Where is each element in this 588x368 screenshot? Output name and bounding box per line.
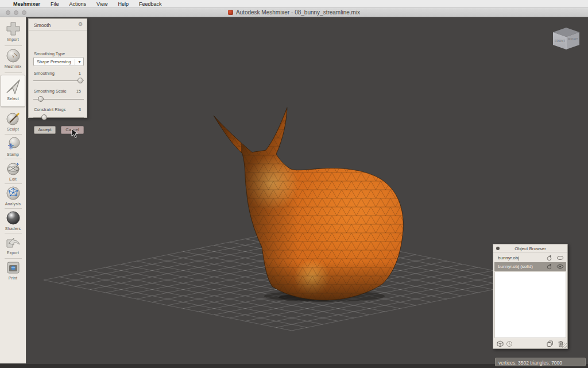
object-list-area[interactable] xyxy=(494,271,566,338)
tool-label: Stamp xyxy=(1,152,25,156)
svg-text:⚜: ⚜ xyxy=(7,141,14,151)
tool-import[interactable]: Import xyxy=(1,21,25,41)
menu-help[interactable]: Help xyxy=(113,1,134,7)
window-title-bar[interactable]: Autodesk Meshmixer - 08_bunny_streamline… xyxy=(0,8,588,17)
object-row-bunnyr[interactable]: bunnyr.obj xyxy=(494,254,566,262)
object-browser-title: Object Browser xyxy=(493,246,567,251)
visibility-eye-icon[interactable] xyxy=(556,255,564,261)
smoothing-scale-slider[interactable] xyxy=(33,96,84,102)
menu-bar: Meshmixer File Actions View Help Feedbac… xyxy=(0,0,588,8)
pivot-icon[interactable] xyxy=(546,255,552,261)
import-plus-icon xyxy=(5,21,21,37)
tool-label: Print xyxy=(1,276,25,280)
smoothing-type-dropdown[interactable]: Shape Preserving ▼ xyxy=(33,57,84,66)
menu-actions[interactable]: Actions xyxy=(64,1,92,7)
tool-print[interactable]: Print xyxy=(1,260,25,280)
print-printer-icon xyxy=(5,260,21,275)
tool-meshmix[interactable]: Meshmix xyxy=(1,48,25,68)
tool-select[interactable]: Select xyxy=(1,75,25,107)
menu-feedback[interactable]: Feedback xyxy=(134,1,167,7)
app-icon xyxy=(228,10,233,15)
bunny-mesh-model[interactable] xyxy=(201,98,413,305)
mouse-cursor xyxy=(71,128,79,139)
tool-label: Analysis xyxy=(1,202,25,206)
constraint-rings-value: 3 xyxy=(79,107,81,112)
edit-wire-sphere-icon xyxy=(5,160,21,177)
pivot-icon[interactable] xyxy=(546,263,552,270)
tool-label: Edit xyxy=(1,177,25,181)
object-browser-panel: Object Browser bunnyr.obj bunnyr.obj (so… xyxy=(493,244,568,349)
smoothing-slider[interactable] xyxy=(33,78,84,83)
constraint-rings-slider[interactable] xyxy=(33,114,84,120)
tool-edit[interactable]: Edit xyxy=(1,160,25,181)
object-browser-footer xyxy=(493,339,567,348)
tool-analysis[interactable]: Analysis xyxy=(1,185,25,206)
gear-icon[interactable]: ⚙ xyxy=(78,21,83,27)
analysis-network-icon xyxy=(5,185,21,201)
accept-button[interactable]: Accept xyxy=(34,126,56,134)
tool-label: Export xyxy=(1,251,25,255)
tool-stamp[interactable]: ⚜ Stamp xyxy=(1,136,25,156)
panel-title: Smooth xyxy=(34,22,51,28)
tool-sculpt[interactable]: Sculpt xyxy=(1,110,25,131)
cube-front-label: FRONT xyxy=(555,39,566,43)
object-name: bunnyr.obj (solid) xyxy=(498,264,533,269)
tool-label: Sculpt xyxy=(1,127,25,131)
window-title: Autodesk Meshmixer - 08_bunny_streamline… xyxy=(0,9,588,16)
tool-shaders[interactable]: Shaders xyxy=(1,210,25,231)
smoothing-value: 1 xyxy=(79,71,81,76)
smooth-panel: Smooth ⚙ Smoothing Type Shape Preserving… xyxy=(28,18,87,118)
tool-label: Select xyxy=(1,97,25,101)
object-browser-header[interactable]: Object Browser xyxy=(493,244,567,252)
constraint-rings-label: Constraint Rings xyxy=(34,107,65,112)
visibility-eye-icon[interactable] xyxy=(556,263,564,270)
smooth-panel-header[interactable]: Smooth ⚙ xyxy=(29,19,87,30)
dropdown-value: Shape Preserving xyxy=(37,59,71,64)
object-name: bunnyr.obj xyxy=(498,255,519,260)
object-row-bunnyr-solid[interactable]: bunnyr.obj (solid) xyxy=(494,262,566,271)
duplicate-icon[interactable] xyxy=(547,340,554,347)
status-bar: vertices: 3502 triangles: 7000 xyxy=(495,358,586,366)
mesh-stats: vertices: 3502 triangles: 7000 xyxy=(498,360,562,366)
resize-grip[interactable] xyxy=(562,343,567,348)
sculpt-brush-icon xyxy=(5,110,21,126)
slider-knob[interactable] xyxy=(41,114,47,120)
smoothing-scale-value: 15 xyxy=(76,89,81,94)
main-toolbar: Import Meshmix Select xyxy=(0,17,26,363)
slider-knob[interactable] xyxy=(38,96,44,102)
tool-label: Meshmix xyxy=(1,64,25,68)
slider-knob[interactable] xyxy=(78,78,83,83)
add-object-cube-icon[interactable] xyxy=(497,340,504,347)
menu-view[interactable]: View xyxy=(91,1,113,7)
tool-export[interactable]: Export xyxy=(1,235,25,255)
meshmixer-screen: Meshmixer File Actions View Help Feedbac… xyxy=(0,0,588,368)
cube-right-label: RIGHT xyxy=(568,37,578,41)
tool-label: Shaders xyxy=(1,227,25,231)
smoothing-type-label: Smoothing Type xyxy=(34,51,65,56)
wireframe-overlay xyxy=(201,98,413,305)
chevron-down-icon: ▼ xyxy=(75,59,82,65)
smoothing-label: Smoothing xyxy=(34,71,55,76)
select-arrow-icon xyxy=(5,78,22,96)
navigation-cube[interactable]: FRONT RIGHT xyxy=(553,28,579,49)
history-clock-icon[interactable] xyxy=(506,340,513,347)
smoothing-scale-label: Smoothing Scale xyxy=(34,89,67,94)
meshmix-sphere-icon xyxy=(5,48,21,64)
stamp-sphere-icon: ⚜ xyxy=(5,136,21,152)
menu-meshmixer[interactable]: Meshmixer xyxy=(7,1,45,7)
tool-label: Import xyxy=(1,37,25,41)
shaders-sphere-icon xyxy=(5,210,21,226)
menu-file[interactable]: File xyxy=(45,1,64,7)
export-folder-icon xyxy=(5,235,21,250)
